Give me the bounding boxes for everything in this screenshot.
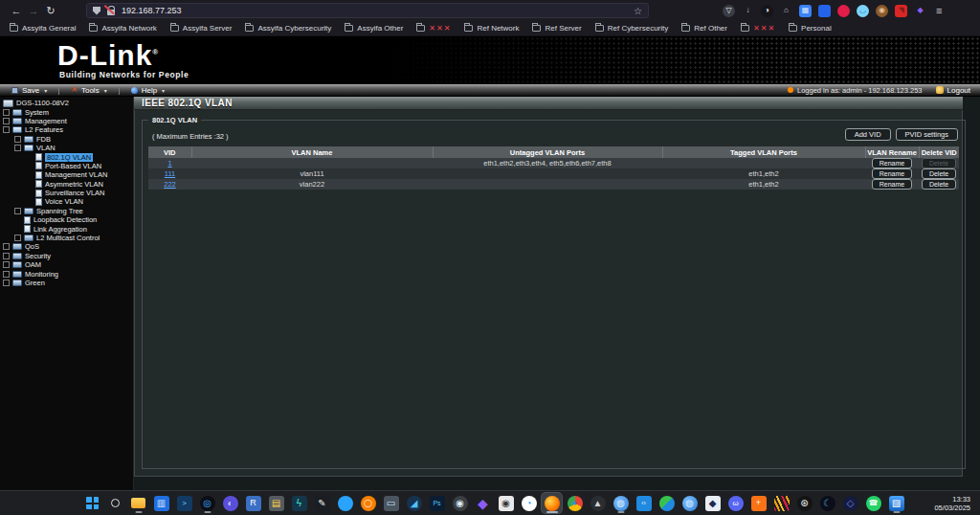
taskbar-clock[interactable]: 13:33 05/03/2025 (934, 491, 970, 515)
sidebar-item-spanning-tree[interactable]: Spanning Tree (0, 207, 133, 215)
taskbar-globe-browser[interactable]: ◐ (220, 493, 240, 513)
taskbar-orange-ring-app[interactable]: ◯ (358, 493, 378, 513)
taskbar-r-studio[interactable]: R (243, 493, 263, 513)
sidebar-item-loopback-detection[interactable]: Loopback Detection (0, 215, 133, 224)
logout-button[interactable]: Logout (947, 86, 970, 95)
help-menu[interactable]: Help (131, 86, 165, 95)
bookmark-item[interactable]: Personal (789, 24, 832, 33)
sidebar-item-link-aggregation[interactable]: Link Aggregation (0, 224, 133, 233)
shield-extension-icon[interactable] (818, 5, 831, 17)
expand-box[interactable] (14, 208, 21, 214)
taskbar-pie-chart-app[interactable]: ◔ (519, 493, 539, 513)
monkey-extension-icon[interactable]: ◉ (876, 5, 888, 17)
delete-button[interactable]: Delete (922, 168, 956, 179)
sidebar-item-asymmetric-vlan[interactable]: Asymmetric VLAN (0, 180, 133, 189)
bookmark-item[interactable]: ✕✕✕ (741, 24, 775, 33)
taskbar-photos-app[interactable]: ▨ (886, 493, 906, 513)
sidebar-item-voice-vlan[interactable]: Voice VLAN (0, 197, 133, 206)
purple-extension-icon[interactable]: ◆ (914, 5, 926, 17)
expand-box[interactable] (14, 235, 21, 241)
taskbar-openai[interactable]: ⊛ (794, 493, 814, 513)
home-icon[interactable]: ⌂ (780, 5, 792, 17)
expand-box[interactable] (3, 118, 10, 124)
sidebar-item-l2-features[interactable]: L2 Features (0, 125, 133, 134)
sidebar-item-security[interactable]: Security (0, 252, 133, 260)
taskbar-dark-app[interactable]: ◎ (197, 493, 217, 513)
bookmark-item[interactable]: Ref Other (681, 24, 727, 33)
expand-box[interactable] (3, 109, 10, 116)
taskbar-file-explorer[interactable] (128, 493, 148, 513)
sidebar-root[interactable]: DGS-1100-08V2 (0, 99, 133, 107)
back-icon[interactable]: ← (8, 0, 25, 21)
taskbar-device-manager[interactable]: ▤ (266, 493, 286, 513)
taskbar-box-app[interactable]: ◇ (840, 493, 860, 513)
taskbar-orange-plus-app[interactable]: + (748, 493, 768, 513)
taskbar-eye-app[interactable]: ◉ (450, 493, 470, 513)
sidebar-item-fdb[interactable]: FDB (0, 135, 133, 144)
sidebar-item-system[interactable]: System (0, 107, 133, 116)
sidebar-item-oam[interactable]: OAM (0, 260, 133, 269)
taskbar-warp[interactable] (771, 493, 791, 513)
red-extension-icon[interactable]: ◥ (895, 5, 907, 17)
pocket-icon[interactable]: ▽ (723, 5, 735, 17)
taskbar-unity[interactable]: ▲ (588, 493, 608, 513)
expand-box[interactable] (3, 253, 10, 259)
tracking-shield-icon[interactable] (93, 7, 100, 15)
reload-icon[interactable]: ↻ (42, 0, 59, 21)
bookmark-item[interactable]: Assyifa Server (170, 24, 233, 33)
address-bar[interactable]: 192.168.77.253 ☆ (86, 3, 649, 18)
taskbar-pc-app[interactable]: ▭ (381, 493, 401, 513)
bookmark-star-icon[interactable]: ☆ (634, 6, 642, 16)
taskbar-blue-dot-app[interactable] (335, 493, 355, 513)
taskbar-obsidian[interactable]: ◆ (473, 493, 493, 513)
expand-box[interactable] (14, 136, 21, 143)
expand-box[interactable] (3, 280, 10, 286)
taskbar-search[interactable] (105, 493, 125, 513)
taskbar-task-manager[interactable]: ▥ (151, 493, 171, 513)
taskbar-start[interactable] (82, 493, 102, 513)
adblock-icon[interactable] (837, 5, 850, 17)
taskbar-bluestacks[interactable] (657, 493, 677, 513)
taskbar-terminal[interactable]: > (174, 493, 194, 513)
url-text[interactable]: 192.168.77.253 (122, 6, 634, 15)
logout-icon[interactable] (936, 86, 944, 94)
bookmark-item[interactable]: Assyifa Cybersecurity (245, 24, 331, 33)
sidebar-item-port-based-vlan[interactable]: Port-Based VLAN (0, 162, 133, 170)
sidebar-item-monitoring[interactable]: Monitoring (0, 269, 133, 278)
delete-button[interactable]: Delete (922, 179, 956, 190)
taskbar-pen-app[interactable]: ✎ (312, 493, 332, 513)
bookmark-item[interactable]: Ref Cybersecurity (595, 24, 669, 33)
rename-button[interactable]: Rename (872, 158, 912, 168)
downloads-icon[interactable]: ↓ (742, 5, 754, 17)
bookmark-item[interactable]: Assyifa Network (89, 24, 156, 33)
bookmark-item[interactable]: Assyifa Other (345, 24, 403, 33)
bookmark-item[interactable]: Ref Server (532, 24, 581, 33)
vid-link[interactable]: 1 (167, 159, 171, 168)
rename-button[interactable]: Rename (872, 168, 912, 179)
taskbar-whatsapp[interactable]: ☎ (863, 493, 883, 513)
expand-box[interactable] (3, 271, 10, 278)
darkmode-icon[interactable]: ◑ (761, 5, 773, 17)
taskbar-wireshark[interactable]: ◢ (404, 493, 424, 513)
taskbar-chrome[interactable]: ● (565, 493, 585, 513)
insecure-lock-icon[interactable] (107, 10, 115, 15)
bookmark-item[interactable]: Assyifa General (10, 24, 76, 33)
taskbar-firefox[interactable] (542, 493, 562, 513)
mask-extension-icon[interactable]: ◡ (857, 5, 869, 17)
taskbar-blue-sphere-2[interactable]: ◍ (679, 493, 700, 513)
tabs-extension-icon[interactable]: ▦ (799, 5, 812, 17)
sidebar-item-surveillance-vlan[interactable]: Surveillance VLAN (0, 189, 133, 197)
sidebar-item-802-1q-vlan[interactable]: 802.1Q VLAN (0, 152, 133, 161)
taskbar-shield-box-app[interactable]: ◆ (702, 493, 723, 513)
taskbar-discord[interactable]: ω (725, 493, 746, 513)
expand-box[interactable] (3, 261, 10, 268)
vid-link[interactable]: 222 (164, 180, 176, 189)
sidebar-item-management-vlan[interactable]: Management VLAN (0, 170, 133, 179)
taskbar-moon-app[interactable]: ☾ (817, 493, 837, 513)
forward-icon[interactable]: → (25, 0, 42, 21)
sidebar-item-management[interactable]: Management (0, 117, 133, 125)
expand-box[interactable] (3, 126, 10, 133)
pvid-settings-button[interactable]: PVID settings (896, 128, 958, 141)
taskbar-camera-app[interactable]: ◉ (496, 493, 516, 513)
bookmark-item[interactable]: Ref Network (464, 24, 519, 33)
